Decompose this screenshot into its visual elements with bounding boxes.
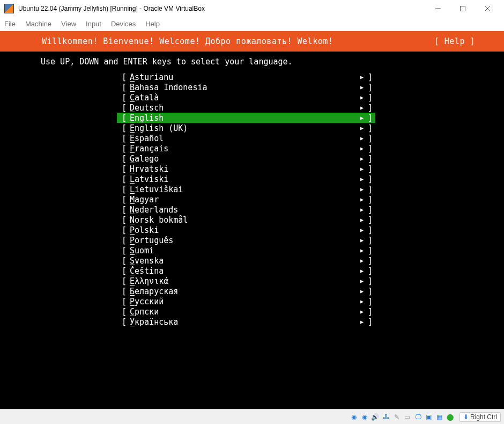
window-controls [426,0,500,17]
language-option[interactable]: [Hrvatski▶] [117,164,375,174]
bracket-left: [ [117,174,127,184]
menu-input[interactable]: Input [86,20,101,28]
language-option[interactable]: [Беларуская▶] [117,286,375,296]
language-option[interactable]: [Čeština▶] [117,266,375,276]
language-option[interactable]: [Lietuviškai▶] [117,184,375,194]
submenu-arrow-icon: ▶ [358,145,366,151]
bracket-left: [ [117,154,127,164]
language-option[interactable]: [Latviski▶] [117,174,375,184]
bracket-right: ] [366,72,375,82]
usb-icon[interactable]: ✎ [392,412,402,422]
language-option[interactable]: [Nederlands▶] [117,204,375,215]
language-name: Español [127,134,358,143]
menu-help[interactable]: Help [145,20,160,28]
language-name: Suomi [127,246,358,255]
help-button[interactable]: [ Help ] [434,36,496,46]
submenu-arrow-icon: ▶ [358,288,366,294]
language-list[interactable]: [Asturianu▶][Bahasa Indonesia▶][Català▶]… [0,72,504,327]
audio-icon[interactable]: 🔊 [370,412,380,422]
recording-icon[interactable]: ▣ [424,412,434,422]
bracket-right: ] [366,185,375,194]
bracket-right: ] [366,93,375,103]
language-option[interactable]: [Galego▶] [117,153,375,164]
harddisk-icon[interactable]: ◉ [349,412,359,422]
vm-display[interactable]: Willkommen! Bienvenue! Welcome! Добро по… [0,31,504,409]
bracket-right: ] [366,225,375,235]
display-icon[interactable]: 🖵 [413,412,423,422]
language-option[interactable]: [Português▶] [117,235,375,245]
language-option[interactable]: [Norsk bokmål▶] [117,215,375,225]
bracket-right: ] [366,236,375,245]
language-option[interactable]: [Suomi▶] [117,245,375,255]
bracket-left: [ [117,246,127,255]
bracket-right: ] [366,287,375,296]
submenu-arrow-icon: ▶ [358,247,366,253]
bracket-right: ] [366,113,375,123]
bracket-left: [ [117,205,127,215]
optical-icon[interactable]: ◉ [360,412,369,422]
language-name: Српски [127,307,358,317]
minimize-button[interactable] [426,0,450,17]
menu-view[interactable]: View [61,20,76,28]
bracket-right: ] [366,246,375,255]
menu-file[interactable]: File [4,20,16,28]
network-icon[interactable]: 🖧 [381,412,391,422]
hostkey-indicator[interactable]: ⬇ Right Ctrl [459,412,501,422]
language-option[interactable]: [Català▶] [117,92,375,103]
language-option[interactable]: [Deutsch▶] [117,103,375,113]
language-option[interactable]: [Polski▶] [117,225,375,235]
close-button[interactable] [475,0,500,17]
submenu-arrow-icon: ▶ [358,186,366,192]
language-name: Українська [127,317,358,327]
greeting-text: Willkommen! Bienvenue! Welcome! Добро по… [8,36,434,46]
cpu-icon[interactable]: ▦ [435,412,444,422]
submenu-arrow-icon: ▶ [358,125,366,131]
bracket-left: [ [117,256,127,266]
maximize-button[interactable] [450,0,475,17]
language-option[interactable]: [English▶] [117,113,375,123]
mouse-integration-icon[interactable]: ⬤ [446,412,455,422]
bracket-left: [ [117,103,127,113]
language-option[interactable]: [Српски▶] [117,306,375,317]
bracket-left: [ [117,164,127,174]
language-option[interactable]: [Українська▶] [117,317,375,327]
submenu-arrow-icon: ▶ [358,135,366,141]
language-option[interactable]: [Русский▶] [117,296,375,306]
bracket-left: [ [117,297,127,306]
bracket-right: ] [366,144,375,153]
language-option[interactable]: [Español▶] [117,133,375,143]
installer-header: Willkommen! Bienvenue! Welcome! Добро по… [0,31,504,52]
hostkey-label: Right Ctrl [470,413,497,421]
menu-devices[interactable]: Devices [111,20,136,28]
bracket-right: ] [366,317,375,327]
bracket-right: ] [366,215,375,225]
language-name: Galego [127,154,358,164]
shared-folder-icon[interactable]: ▭ [403,412,412,422]
bracket-left: [ [117,236,127,245]
language-option[interactable]: [Français▶] [117,143,375,153]
language-name: Latviski [127,174,358,184]
language-option[interactable]: [Magyar▶] [117,194,375,204]
language-option[interactable]: [Bahasa Indonesia▶] [117,82,375,92]
instruction-text: Use UP, DOWN and ENTER keys to select yo… [0,52,504,72]
language-name: Português [127,236,358,245]
bracket-left: [ [117,83,127,92]
submenu-arrow-icon: ▶ [358,84,366,90]
bracket-right: ] [366,164,375,174]
menubar: File Machine View Input Devices Help [0,17,504,31]
bracket-left: [ [117,123,127,133]
language-name: Nederlands [127,205,358,215]
statusbar: ◉ ◉ 🔊 🖧 ✎ ▭ 🖵 ▣ ▦ ⬤ ⬇ Right Ctrl [0,409,504,424]
language-option[interactable]: [Svenska▶] [117,255,375,266]
menu-machine[interactable]: Machine [25,20,51,28]
submenu-arrow-icon: ▶ [358,319,366,325]
language-option[interactable]: [Ελληνικά▶] [117,276,375,286]
language-option[interactable]: [English (UK)▶] [117,123,375,133]
submenu-arrow-icon: ▶ [358,196,366,202]
language-option[interactable]: [Asturianu▶] [117,72,375,82]
bracket-left: [ [117,225,127,235]
bracket-left: [ [117,113,127,123]
submenu-arrow-icon: ▶ [358,298,366,304]
language-name: Ελληνικά [127,276,358,286]
language-name: Русский [127,297,358,306]
